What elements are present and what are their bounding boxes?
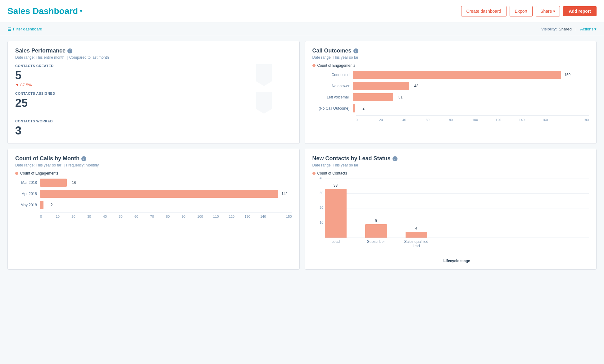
bookmark-watermark-2 <box>255 92 273 114</box>
new-contacts-x-axis <box>325 238 589 238</box>
calls-by-month-bar-label: Mar 2018 <box>15 180 40 185</box>
calls-by-month-axis-tick: 60 <box>134 214 150 218</box>
metric-value-2: 3 <box>15 124 292 137</box>
call-outcomes-date-range: Date range: This year so far <box>312 55 589 60</box>
call-outcomes-bar-row: (No Call Outcome)2 <box>312 104 589 112</box>
visibility-label: Visibility: <box>541 27 557 31</box>
calls-by-month-axis-tick: 110 <box>213 214 229 218</box>
sales-performance-title: Sales Performance i <box>15 48 292 54</box>
filter-dashboard-link[interactable]: ☰ Filter dashboard <box>7 27 42 32</box>
new-contacts-gridline <box>325 223 589 223</box>
actions-link[interactable]: Actions ▾ <box>580 27 597 31</box>
sales-performance-metrics: CONTACTS CREATED 5 ▼ 87.5% CONTACTS ASSI… <box>15 64 292 137</box>
calls-by-month-bar-fill: 2 <box>40 201 43 209</box>
new-contacts-bar-value: 9 <box>365 219 387 223</box>
new-contacts-bar-value: 33 <box>325 183 347 188</box>
filter-label: Filter dashboard <box>13 27 42 31</box>
new-contacts-y-tick: 20 <box>312 206 324 209</box>
calls-by-month-legend-dot <box>15 172 18 175</box>
new-contacts-chart-wrapper: 01020304033Lead9Subscriber4Sales qualifi… <box>312 179 589 250</box>
new-contacts-legend-dot <box>312 172 316 175</box>
calls-by-month-axis-tick: 70 <box>150 214 166 218</box>
new-contacts-gridline <box>325 179 589 179</box>
new-contacts-y-tick: 0 <box>312 235 324 239</box>
calls-by-month-date-range: Date range: This year so far | Frequency… <box>15 163 292 167</box>
call-outcomes-axis-tick: 180 <box>565 117 589 122</box>
call-outcomes-bar-fill: 43 <box>353 82 409 90</box>
new-contacts-bar <box>325 189 347 238</box>
call-outcomes-info-icon[interactable]: i <box>353 48 358 53</box>
calls-by-month-bar-row: May 20182 <box>15 201 292 209</box>
calls-by-month-card: Count of Calls by Month i Date range: Th… <box>7 149 300 270</box>
call-outcomes-chart: Connected159No answer43Left voicemail31(… <box>312 71 589 122</box>
metric-label-2: CONTACTS WORKED <box>15 119 292 123</box>
call-outcomes-bar-value: 43 <box>414 84 418 88</box>
new-contacts-bar-value: 4 <box>406 226 427 230</box>
call-outcomes-bar-label: (No Call Outcome) <box>312 106 353 111</box>
calls-by-month-bar-fill: 16 <box>40 179 67 187</box>
sales-performance-info-icon[interactable]: i <box>67 48 72 53</box>
new-contacts-chart: 01020304033Lead9Subscriber4Sales qualifi… <box>312 179 589 263</box>
call-outcomes-bar-value: 31 <box>398 95 402 99</box>
add-report-button[interactable]: Add report <box>563 6 597 16</box>
calls-by-month-bar-value: 16 <box>72 180 76 185</box>
call-outcomes-axis-tick: 160 <box>542 117 565 122</box>
calls-by-month-info-icon[interactable]: i <box>81 156 86 161</box>
dashboard-title: Sales Dashboard <box>7 6 78 16</box>
calls-by-month-axis-tick: 30 <box>87 214 103 218</box>
metric-change-1: – <box>15 110 292 115</box>
calls-by-month-bar-value: 2 <box>51 203 53 207</box>
call-outcomes-bar-label: Connected <box>312 73 353 77</box>
bookmark-watermark-1 <box>255 64 273 86</box>
new-contacts-x-label: Sales qualified lead <box>401 239 432 248</box>
calls-by-month-axis-tick: 150 <box>276 214 292 218</box>
filter-bar-right: Visibility: Shared | Actions ▾ <box>541 27 597 31</box>
metric-change-0: ▼ 87.5% <box>15 83 292 87</box>
calls-by-month-bar-label: Apr 2018 <box>15 192 40 196</box>
calls-by-month-axis-tick: 120 <box>229 214 245 218</box>
new-contacts-legend: Count of Contacts <box>312 171 589 175</box>
metric-value-1: 25 <box>15 97 292 110</box>
call-outcomes-axis-tick: 40 <box>402 117 426 122</box>
new-contacts-y-tick: 30 <box>312 191 324 195</box>
new-contacts-gridline <box>325 193 589 194</box>
new-contacts-date-range: Date range: This year so far <box>312 163 589 167</box>
calls-by-month-chart: Mar 201816Apr 2018142May 20182 <box>15 179 292 209</box>
calls-by-month-axis-tick: 0 <box>40 214 56 218</box>
calls-by-month-title: Count of Calls by Month i <box>15 155 292 162</box>
visibility-value: Shared <box>559 27 572 31</box>
call-outcomes-bar-value: 2 <box>362 106 365 111</box>
call-outcomes-bar-track: 2 <box>353 104 589 112</box>
calls-by-month-axis-tick: 140 <box>260 214 276 218</box>
metric-label-0: CONTACTS CREATED <box>15 64 292 68</box>
create-dashboard-button[interactable]: Create dashboard <box>461 6 506 16</box>
filter-icon: ☰ <box>7 27 11 32</box>
new-contacts-x-label: Subscriber <box>361 239 392 244</box>
calls-by-month-bar-track: 2 <box>40 201 292 209</box>
sales-performance-card: Sales Performance i Date range: This ent… <box>7 41 300 144</box>
new-contacts-info-icon[interactable]: i <box>393 156 397 161</box>
calls-by-month-axis-tick: 40 <box>103 214 119 218</box>
new-contacts-y-tick: 40 <box>312 176 324 180</box>
call-outcomes-bar-track: 31 <box>353 93 589 101</box>
dashboard-grid: Sales Performance i Date range: This ent… <box>0 36 604 275</box>
calls-by-month-bar-row: Apr 2018142 <box>15 190 292 198</box>
share-button[interactable]: Share ▾ <box>536 6 560 16</box>
call-outcomes-title: Call Outcomes i <box>312 48 589 54</box>
calls-by-month-bar-track: 142 <box>40 190 292 198</box>
export-button[interactable]: Export <box>510 6 533 16</box>
calls-by-month-bar-label: May 2018 <box>15 203 40 207</box>
calls-by-month-legend: Count of Engagements <box>15 171 292 175</box>
call-outcomes-bar-fill: 159 <box>353 71 561 79</box>
new-contacts-gridline <box>325 208 589 208</box>
metric-label-1: CONTACTS ASSIGNED <box>15 92 292 95</box>
metric-value-0: 5 <box>15 69 292 82</box>
actions-chevron: ▾ <box>594 27 597 31</box>
dashboard-title-chevron[interactable]: ▾ <box>80 8 82 14</box>
call-outcomes-legend-dot <box>312 64 316 67</box>
new-contacts-card: New Contacts by Lead Status i Date range… <box>305 149 597 270</box>
call-outcomes-axis-tick: 80 <box>449 117 472 122</box>
calls-by-month-axis-tick: 90 <box>182 214 198 218</box>
call-outcomes-bar-track: 159 <box>353 71 589 79</box>
filter-bar: ☰ Filter dashboard Visibility: Shared | … <box>0 22 604 36</box>
